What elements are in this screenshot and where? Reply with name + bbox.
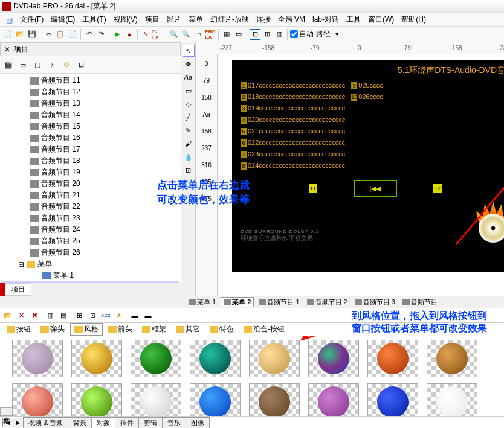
style-thumbnail[interactable]: [12, 340, 63, 377]
badge-12[interactable]: 12: [433, 184, 442, 193]
doc-tab[interactable]: 音频节目 1: [256, 298, 302, 307]
asset-open-icon[interactable]: 📂: [2, 310, 13, 321]
paste-icon[interactable]: 📄: [67, 29, 78, 40]
add-cmd-icon[interactable]: ⚙: [60, 59, 73, 71]
tab-scroll-right-icon[interactable]: ►: [13, 418, 24, 427]
category-tab[interactable]: 剪辑: [138, 417, 163, 428]
skip-prev-button[interactable]: |◀◀: [354, 180, 397, 197]
category-tab[interactable]: 对象: [91, 417, 115, 428]
save-icon[interactable]: 💾: [27, 29, 37, 40]
menu-item[interactable]: 影片: [163, 14, 185, 25]
asset-del2-icon[interactable]: ✖: [29, 310, 40, 321]
category-tab[interactable]: 音乐: [162, 417, 186, 428]
autoroute-checkbox[interactable]: [290, 30, 298, 38]
menu-item[interactable]: 工具: [343, 14, 364, 25]
style-thumbnail[interactable]: [308, 383, 359, 416]
tree-item[interactable]: 音频节目 12: [1, 86, 179, 98]
menu-item[interactable]: 文件(F): [16, 14, 47, 25]
style-thumbnail[interactable]: [12, 383, 63, 416]
menu-item[interactable]: lab-对话: [309, 14, 343, 25]
asset-a-icon[interactable]: ▥: [45, 310, 56, 321]
layout-icon[interactable]: ▥: [274, 29, 285, 40]
category-tab[interactable]: 背景: [68, 417, 92, 428]
tree-item[interactable]: 音频节目 17: [1, 144, 179, 155]
doc-tab[interactable]: 音频节目: [400, 298, 440, 307]
tree-item[interactable]: 音频节目 23: [1, 212, 179, 224]
asset-star-icon[interactable]: ★: [114, 310, 124, 321]
tree-item[interactable]: 音频节目 11: [1, 75, 179, 86]
menu-item-row[interactable]: 5021cccccccccccccccccccccccccc: [241, 126, 504, 137]
category-tab[interactable]: 插件: [115, 417, 139, 428]
zoom-out-icon[interactable]: 🔍: [181, 29, 192, 40]
tree-item[interactable]: 音频节目 20: [1, 178, 179, 190]
snap1-icon[interactable]: ⊡: [250, 29, 260, 40]
add-menu-icon[interactable]: ▭: [17, 59, 29, 71]
asset-tab[interactable]: 框架: [138, 323, 170, 336]
add-audio-icon[interactable]: ♪: [46, 59, 58, 71]
menu-item[interactable]: 视图(V): [110, 14, 141, 25]
zoom-icon[interactable]: 🔍: [169, 29, 179, 40]
play-icon[interactable]: ▶: [112, 29, 123, 40]
tab-scroll-left-icon[interactable]: ◄: [2, 418, 13, 427]
text-icon[interactable]: Aa: [183, 71, 195, 83]
doc-tab[interactable]: 音频节目 2: [305, 298, 350, 307]
brush-icon[interactable]: 🖌: [183, 138, 195, 150]
asset-bar1-icon[interactable]: ▬: [129, 310, 140, 321]
menu-item-row[interactable]: 1017cccccccccccccccccccccccccc9025cccc: [241, 80, 504, 91]
pen-icon[interactable]: ✎: [183, 124, 195, 136]
tree-folder[interactable]: ⊟ 菜单: [1, 258, 179, 270]
line-icon[interactable]: ╱: [183, 111, 195, 123]
add-slide-icon[interactable]: ▢: [31, 59, 44, 71]
shape-icon[interactable]: ◇: [183, 98, 195, 110]
menu-item-row[interactable]: 2018cccccccccccccccccccccccccc10026cccc: [241, 91, 504, 103]
menu-item[interactable]: 连接: [253, 14, 274, 25]
snap2-icon[interactable]: ⊞: [262, 29, 273, 40]
asset-tab[interactable]: 箭头: [104, 323, 137, 336]
asset-tab[interactable]: 按钮: [2, 323, 35, 336]
asset-tab[interactable]: 组合-按钮: [239, 323, 289, 336]
record-icon[interactable]: ●: [124, 29, 135, 40]
menu-item[interactable]: 项目: [141, 14, 163, 25]
guide-icon[interactable]: ▭: [233, 29, 244, 40]
style-thumbnail[interactable]: [367, 340, 418, 377]
pro-ex-icon[interactable]: PROEX: [205, 29, 216, 40]
dropdown-icon[interactable]: ▾: [332, 29, 343, 40]
style-thumbnail[interactable]: [249, 340, 300, 377]
1to1-icon[interactable]: 1:1: [193, 29, 204, 40]
add-movie-icon[interactable]: 🎬: [2, 59, 15, 71]
menu-item[interactable]: 帮助(H): [398, 14, 430, 25]
tree-item[interactable]: 音频节目 18: [1, 155, 179, 167]
grid-icon[interactable]: ▦: [221, 29, 232, 40]
tree-item[interactable]: 音频节目 25: [1, 235, 179, 247]
tree-item[interactable]: 音频节目 16: [1, 132, 179, 144]
move-icon[interactable]: ✥: [183, 58, 195, 70]
cut-icon[interactable]: ✂: [43, 29, 54, 40]
new-icon[interactable]: 📄: [2, 29, 13, 40]
asset-tab[interactable]: 风格: [70, 323, 103, 336]
menu-item[interactable]: 编辑(E): [47, 14, 79, 25]
tree-item[interactable]: 音频节目 22: [1, 201, 179, 212]
style-thumbnail[interactable]: [131, 383, 181, 416]
asset-ac3-icon[interactable]: AC3: [100, 310, 111, 321]
asset-tab[interactable]: 弹头: [36, 323, 69, 336]
style-thumbnail[interactable]: [427, 340, 477, 377]
style-thumbnail[interactable]: [190, 340, 241, 377]
project-tree[interactable]: 音频节目 11音频节目 12音频节目 13音频节目 14音频节目 15音频节目 …: [0, 74, 181, 283]
style-thumbnail[interactable]: [308, 340, 359, 377]
asset-tab[interactable]: 特色: [205, 323, 238, 336]
tree-item[interactable]: 音频节目 24: [1, 224, 179, 235]
eyedrop-icon[interactable]: 💧: [183, 151, 195, 163]
undo-icon[interactable]: ↶: [83, 29, 94, 40]
badge-11[interactable]: 11: [309, 184, 317, 193]
tree-item[interactable]: 音频节目 15: [1, 121, 179, 132]
menu-item-row[interactable]: 4020cccccccccccccccccccccccccc: [241, 114, 504, 126]
style-thumbnail[interactable]: [427, 383, 477, 416]
doc-tab[interactable]: 音频节目 3: [352, 298, 398, 307]
asset-b-icon[interactable]: ▤: [58, 310, 69, 321]
tree-item[interactable]: 音频节目 14: [1, 109, 179, 121]
menu-item[interactable]: 全局 VM: [274, 14, 309, 25]
asset-del-icon[interactable]: ✕: [16, 310, 27, 321]
fx-icon[interactable]: fx: [140, 29, 151, 40]
project-tab[interactable]: 项目: [5, 283, 31, 296]
tree-item[interactable]: 音频节目 21: [1, 190, 179, 201]
